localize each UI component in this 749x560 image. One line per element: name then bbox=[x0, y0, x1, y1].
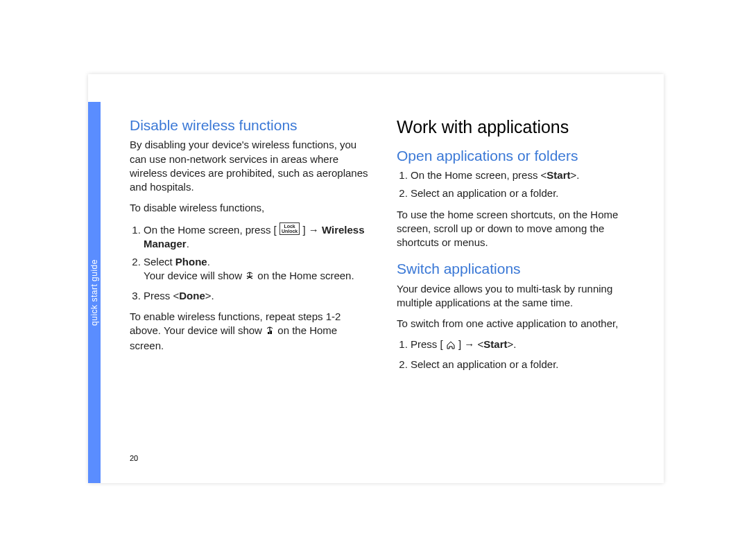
antenna-on-icon bbox=[265, 325, 275, 339]
sw1-bold: Start bbox=[483, 338, 507, 350]
switch-step-2: Select an application or a folder. bbox=[411, 358, 636, 371]
step2-bold: Phone bbox=[175, 256, 207, 268]
disable-steps-list: On the Home screen, press [ Lock Unlock … bbox=[130, 222, 369, 303]
switch-step-1: Press [ ] → <Start>. bbox=[411, 338, 636, 353]
open-step-1: On the Home screen, press <Start>. bbox=[411, 168, 636, 182]
sw1-mid: ] → < bbox=[458, 338, 483, 350]
switch-steps-list: Press [ ] → <Start>. Select an applicati… bbox=[397, 338, 636, 371]
lead-text: To disable wireless functions, bbox=[130, 201, 369, 215]
manual-page: quick start guide Disable wireless funct… bbox=[88, 74, 664, 483]
home-icon bbox=[446, 339, 456, 353]
step1-tail: . bbox=[187, 238, 189, 250]
step1-post: ] → bbox=[302, 224, 318, 236]
side-tab: quick start guide bbox=[88, 102, 101, 483]
intro-paragraph: By disabling your device's wireless func… bbox=[130, 138, 369, 194]
sw1-tail: >. bbox=[507, 338, 516, 350]
sw1-pre: Press [ bbox=[411, 338, 443, 350]
heading-disable-wireless: Disable wireless functions bbox=[130, 116, 369, 135]
left-column: Disable wireless functions By disabling … bbox=[130, 116, 369, 455]
step-1: On the Home screen, press [ Lock Unlock … bbox=[144, 222, 369, 252]
page-number: 20 bbox=[130, 454, 138, 462]
step2-tail: . bbox=[207, 256, 210, 268]
heading-work-with-apps: Work with applications bbox=[397, 116, 636, 139]
outro-paragraph: To enable wireless functions, repeat ste… bbox=[130, 310, 369, 353]
step2-pre: Select bbox=[144, 256, 175, 268]
switch-lead: To switch from one active application to… bbox=[397, 317, 636, 331]
tab-text: quick start guide bbox=[89, 259, 99, 326]
step3-tail: >. bbox=[205, 290, 214, 301]
open1-tail: >. bbox=[571, 169, 580, 181]
right-column: Work with applications Open applications… bbox=[397, 116, 636, 455]
open-step-2: Select an application or a folder. bbox=[411, 186, 636, 200]
switch-intro: Your device allows you to multi-task by … bbox=[397, 282, 636, 310]
side-tab-label: quick start guide bbox=[88, 102, 101, 483]
content-area: Disable wireless functions By disabling … bbox=[130, 116, 636, 455]
open1-pre: On the Home screen, press < bbox=[411, 169, 546, 181]
step2-note-post: on the Home screen. bbox=[257, 270, 354, 281]
svg-rect-0 bbox=[268, 332, 269, 334]
open-steps-list: On the Home screen, press <Start>. Selec… bbox=[397, 168, 636, 201]
antenna-off-icon bbox=[245, 270, 255, 284]
open1-bold: Start bbox=[546, 169, 570, 181]
lock-unlock-icon: Lock Unlock bbox=[279, 222, 300, 235]
heading-open-apps: Open applications or folders bbox=[397, 146, 636, 166]
step2-note: Your device will show on the Home screen… bbox=[144, 269, 369, 284]
heading-switch-apps: Switch applications bbox=[397, 259, 636, 279]
step2-note-pre: Your device will show bbox=[144, 270, 245, 281]
svg-rect-1 bbox=[270, 331, 272, 334]
step-2: Select Phone. Your device will show on t… bbox=[144, 255, 369, 285]
step3-bold: Done bbox=[179, 290, 205, 301]
step-3: Press <Done>. bbox=[144, 289, 369, 303]
step1-pre: On the Home screen, press [ bbox=[144, 224, 277, 236]
step3-pre: Press < bbox=[144, 290, 179, 301]
open-note: To use the home screen shortcuts, on the… bbox=[397, 208, 636, 250]
